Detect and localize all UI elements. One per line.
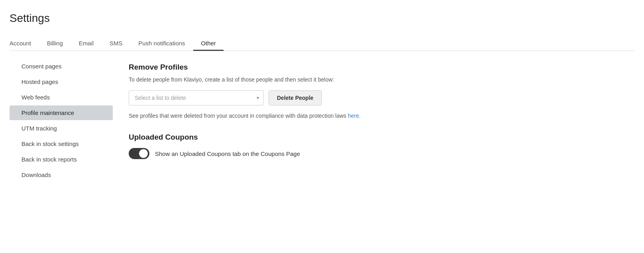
- top-nav-item-push-notifications[interactable]: Push notifications: [130, 36, 193, 51]
- top-nav-item-billing[interactable]: Billing: [39, 36, 71, 51]
- list-select[interactable]: Select a list to delete: [129, 90, 264, 105]
- content-area: Remove Profiles To delete people from Kl…: [113, 51, 634, 183]
- top-nav-item-sms[interactable]: SMS: [102, 36, 131, 51]
- compliance-link[interactable]: here.: [348, 113, 361, 119]
- remove-profiles-title: Remove Profiles: [129, 63, 619, 72]
- remove-profiles-description: To delete people from Klaviyo, create a …: [129, 76, 619, 84]
- sidebar-item-profile-maintenance[interactable]: Profile maintenance: [10, 105, 113, 120]
- compliance-static-text: See profiles that were deleted from your…: [129, 113, 346, 119]
- toggle-label: Show an Uploaded Coupons tab on the Coup…: [155, 150, 300, 157]
- toggle-row: Show an Uploaded Coupons tab on the Coup…: [129, 148, 619, 159]
- sidebar-item-web-feeds[interactable]: Web feeds: [10, 90, 113, 105]
- uploaded-coupons-title: Uploaded Coupons: [129, 133, 619, 142]
- sidebar: Consent pagesHosted pagesWeb feedsProfil…: [10, 51, 113, 183]
- sidebar-item-utm-tracking[interactable]: UTM tracking: [10, 121, 113, 136]
- top-nav-item-other[interactable]: Other: [193, 36, 224, 51]
- sidebar-item-back-in-stock-settings[interactable]: Back in stock settings: [10, 136, 113, 151]
- sidebar-item-back-in-stock-reports[interactable]: Back in stock reports: [10, 152, 113, 167]
- toggle-slider: [129, 148, 149, 159]
- uploaded-coupons-section: Uploaded Coupons Show an Uploaded Coupon…: [129, 133, 619, 159]
- sidebar-item-consent-pages[interactable]: Consent pages: [10, 59, 113, 74]
- delete-people-button[interactable]: Delete People: [269, 90, 322, 105]
- remove-profiles-section: Remove Profiles To delete people from Kl…: [129, 63, 619, 120]
- sidebar-item-hosted-pages[interactable]: Hosted pages: [10, 74, 113, 89]
- top-nav-item-email[interactable]: Email: [71, 36, 102, 51]
- page-title: Settings: [10, 12, 634, 25]
- top-nav: AccountBillingEmailSMSPush notifications…: [10, 36, 634, 51]
- list-select-wrapper: Select a list to delete ▾: [129, 90, 264, 105]
- compliance-text: See profiles that were deleted from your…: [129, 112, 619, 120]
- delete-row: Select a list to delete ▾ Delete People: [129, 90, 619, 105]
- sidebar-item-downloads[interactable]: Downloads: [10, 167, 113, 182]
- main-content: Consent pagesHosted pagesWeb feedsProfil…: [10, 51, 634, 183]
- top-nav-item-account[interactable]: Account: [10, 36, 39, 51]
- uploaded-coupons-toggle[interactable]: [129, 148, 149, 159]
